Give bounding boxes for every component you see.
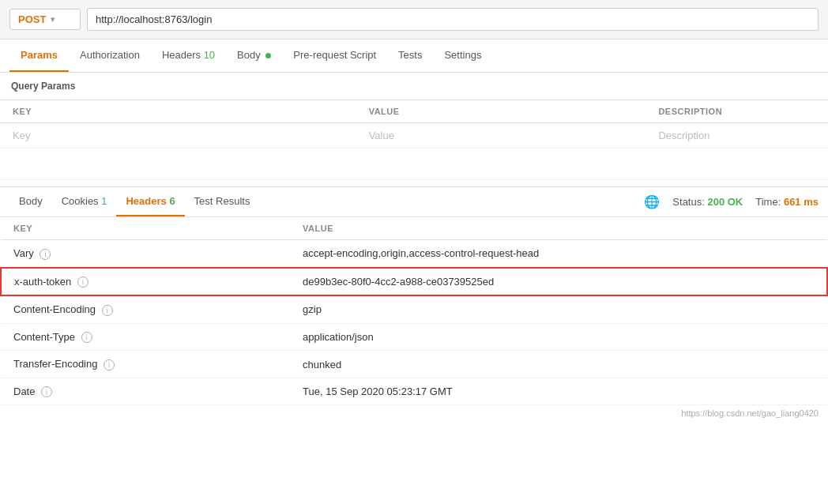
method-chevron-icon: ▾ [51, 15, 55, 24]
table-row: Transfer-Encoding ichunked [1, 351, 827, 378]
response-tabs-bar: Body Cookies 1 Headers 6 Test Results 🌐 … [0, 187, 828, 217]
table-row: Key Value Description [0, 123, 828, 149]
info-icon[interactable]: i [102, 305, 113, 316]
header-value: chunked [290, 351, 827, 378]
tab-authorization[interactable]: Authorization [69, 39, 151, 72]
params-col-description: DESCRIPTION [645, 100, 828, 123]
tab-settings[interactable]: Settings [433, 39, 492, 72]
header-key: Date i [1, 378, 290, 405]
time-value: 661 ms [784, 196, 819, 208]
table-row-empty [0, 149, 828, 180]
info-icon[interactable]: i [81, 332, 92, 343]
table-row: Vary iaccept-encoding,origin,access-cont… [1, 240, 827, 268]
header-value: accept-encoding,origin,access-control-re… [290, 240, 827, 268]
tab-headers[interactable]: Headers 10 [151, 39, 226, 72]
info-icon[interactable]: i [77, 276, 88, 288]
header-value: Tue, 15 Sep 2020 05:23:17 GMT [290, 378, 827, 405]
table-row: Content-Type iapplication/json [1, 323, 827, 351]
tab-params[interactable]: Params [9, 39, 69, 72]
info-icon[interactable]: i [104, 359, 115, 370]
params-desc-input[interactable]: Description [645, 123, 828, 149]
url-input[interactable] [87, 8, 819, 31]
header-key: x-auth-token i [1, 268, 290, 296]
table-row: x-auth-token ide99b3ec-80f0-4cc2-a988-ce… [1, 268, 827, 296]
watermark: https://blog.csdn.net/gao_liang0420 [0, 405, 828, 421]
response-headers-table: KEY VALUE Vary iaccept-encoding,origin,a… [0, 217, 828, 405]
response-status-area: 🌐 Status: 200 OK Time: 661 ms [644, 194, 819, 209]
tab-tests[interactable]: Tests [387, 39, 433, 72]
info-icon[interactable]: i [41, 386, 52, 397]
method-selector[interactable]: POST ▾ [9, 9, 81, 30]
globe-icon[interactable]: 🌐 [644, 194, 660, 209]
params-col-key: KEY [0, 100, 356, 123]
response-tab-cookies[interactable]: Cookies 1 [52, 187, 117, 216]
header-value: gzip [290, 295, 827, 323]
header-key: Content-Encoding i [1, 295, 290, 323]
response-tab-body[interactable]: Body [9, 187, 52, 216]
headers-col-key: KEY [1, 217, 290, 240]
params-key-input[interactable]: Key [0, 123, 356, 149]
header-key: Content-Type i [1, 323, 290, 351]
query-params-section-label: Query Params [0, 73, 828, 100]
tab-prerequest[interactable]: Pre-request Script [282, 39, 387, 72]
params-value-input[interactable]: Value [356, 123, 646, 149]
header-key: Transfer-Encoding i [1, 351, 290, 378]
header-value: application/json [290, 323, 827, 351]
params-col-value: VALUE [356, 100, 646, 123]
query-params-table: KEY VALUE DESCRIPTION Key Value Descript… [0, 100, 828, 180]
info-icon[interactable]: i [40, 249, 51, 260]
request-tabs-bar: Params Authorization Headers 10 Body Pre… [0, 39, 828, 73]
method-label: POST [18, 13, 46, 25]
header-key: Vary i [1, 240, 290, 268]
response-tab-headers[interactable]: Headers 6 [116, 187, 184, 216]
response-tab-test-results[interactable]: Test Results [185, 187, 260, 216]
headers-col-value: VALUE [290, 217, 827, 240]
header-value: de99b3ec-80f0-4cc2-a988-ce03739525ed [290, 268, 827, 296]
tab-body[interactable]: Body [226, 39, 282, 72]
table-row: Date iTue, 15 Sep 2020 05:23:17 GMT [1, 378, 827, 405]
table-row: Content-Encoding igzip [1, 295, 827, 323]
url-bar: POST ▾ [0, 0, 828, 39]
status-value: 200 OK [707, 196, 743, 208]
time-label: Time: 661 ms [755, 196, 819, 208]
status-label: Status: 200 OK [672, 196, 743, 208]
